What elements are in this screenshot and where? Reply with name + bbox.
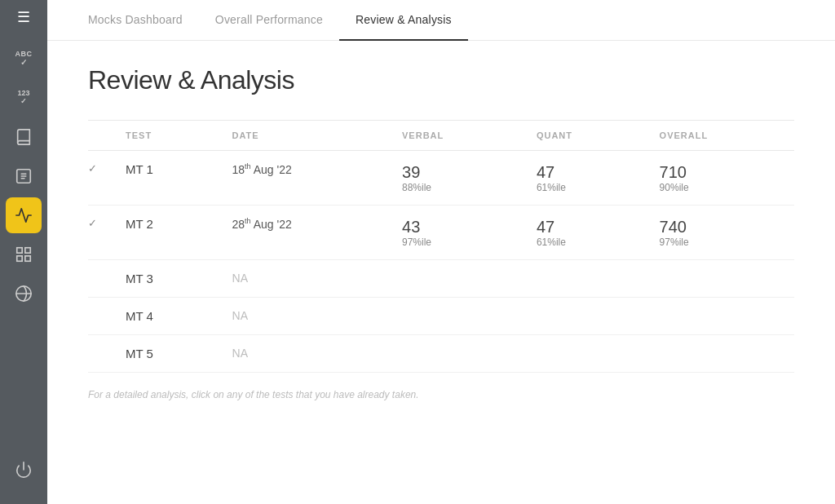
sidebar-nav: ABC ✓ 123 ✓: [6, 41, 42, 452]
table-row: MT 4 NA: [88, 298, 794, 335]
test-name: MT 5: [113, 335, 219, 373]
overall-score: [647, 298, 794, 335]
col-overall: OVERALL: [647, 121, 794, 151]
tab-mocks-dashboard[interactable]: Mocks Dashboard: [72, 0, 199, 41]
row-check: ✓: [88, 206, 113, 260]
row-check: [88, 298, 113, 335]
menu-icon[interactable]: ☰: [17, 10, 30, 24]
page-title: Review & Analysis: [88, 65, 794, 95]
verbal-score: [389, 298, 524, 335]
test-name: MT 2: [113, 206, 219, 260]
sidebar-item-verbal[interactable]: ABC ✓: [6, 41, 42, 77]
test-date: 18th Aug '22: [219, 151, 389, 206]
svg-rect-3: [17, 256, 22, 261]
overall-score: [647, 260, 794, 298]
dashboard-icon: [15, 245, 33, 263]
main-content: Mocks Dashboard Overall Performance Revi…: [47, 0, 835, 504]
test-date: NA: [219, 260, 389, 298]
sidebar-item-quant[interactable]: 123 ✓: [6, 80, 42, 116]
mocks-table: TEST DATE VERBAL QUANT OVERALL ✓ MT 1 18…: [88, 120, 794, 373]
question-bank-icon: [15, 167, 33, 185]
sidebar-item-questions[interactable]: [6, 158, 42, 194]
col-verbal: VERBAL: [389, 121, 524, 151]
tab-bar: Mocks Dashboard Overall Performance Revi…: [47, 0, 835, 41]
verbal-score: [389, 260, 524, 298]
overall-score: [647, 335, 794, 373]
test-date: 28th Aug '22: [219, 206, 389, 260]
col-test: TEST: [113, 121, 219, 151]
svg-rect-1: [17, 248, 22, 253]
tab-overall-performance[interactable]: Overall Performance: [199, 0, 339, 41]
test-name: MT 1: [113, 151, 219, 206]
sidebar-bottom: [6, 452, 42, 494]
schedule-icon: [15, 285, 33, 303]
quant-icon: 123 ✓: [17, 90, 29, 106]
power-button[interactable]: [6, 452, 42, 488]
power-icon: [15, 461, 33, 479]
test-name: MT 4: [113, 298, 219, 335]
table-row[interactable]: ✓ MT 2 28th Aug '22 43 97%ile 47 61%ile …: [88, 206, 794, 260]
table-row: MT 3 NA: [88, 260, 794, 298]
sidebar-item-schedule[interactable]: [6, 276, 42, 312]
row-check: [88, 335, 113, 373]
sidebar: ☰ ABC ✓ 123 ✓: [0, 0, 47, 504]
col-quant: QUANT: [524, 121, 647, 151]
verbal-score: 39 88%ile: [389, 151, 524, 206]
row-check: ✓: [88, 151, 113, 206]
verbal-score: 43 97%ile: [389, 206, 524, 260]
col-date: DATE: [219, 121, 389, 151]
quant-score: [524, 298, 647, 335]
quant-score: 47 61%ile: [524, 206, 647, 260]
quant-score: [524, 260, 647, 298]
quant-score: [524, 335, 647, 373]
sidebar-item-performance[interactable]: [6, 197, 42, 233]
table-header-row: TEST DATE VERBAL QUANT OVERALL: [88, 121, 794, 151]
row-check: [88, 260, 113, 298]
content-area: Review & Analysis TEST DATE VERBAL QUANT…: [47, 41, 835, 504]
footer-note: For a detailed analysis, click on any of…: [88, 389, 794, 400]
verbal-icon: ABC ✓: [15, 51, 33, 68]
book-icon: [15, 128, 33, 146]
svg-rect-4: [25, 256, 30, 261]
sidebar-item-dashboard[interactable]: [6, 237, 42, 272]
test-name: MT 3: [113, 260, 219, 298]
svg-rect-2: [25, 248, 30, 253]
test-date: NA: [219, 298, 389, 335]
table-row: MT 5 NA: [88, 335, 794, 373]
performance-icon: [15, 206, 33, 224]
verbal-score: [389, 335, 524, 373]
test-date: NA: [219, 335, 389, 373]
overall-score: 740 97%ile: [647, 206, 794, 260]
quant-score: 47 61%ile: [524, 151, 647, 206]
col-check: [88, 121, 113, 151]
tab-review-analysis[interactable]: Review & Analysis: [339, 0, 468, 41]
table-row[interactable]: ✓ MT 1 18th Aug '22 39 88%ile 47 61%ile …: [88, 151, 794, 206]
sidebar-item-vocab[interactable]: [6, 119, 42, 155]
overall-score: 710 90%ile: [647, 151, 794, 206]
